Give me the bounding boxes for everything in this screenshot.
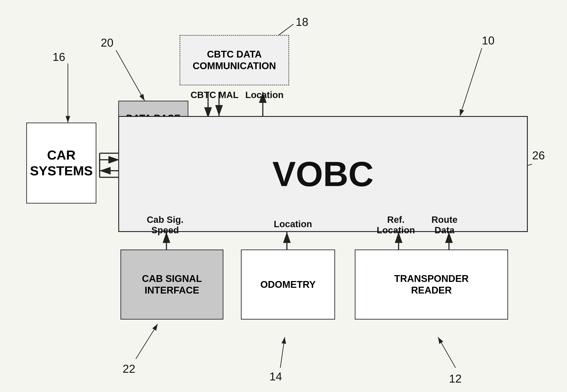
cab-sig-speed-label: Cab Sig.Speed <box>147 214 184 236</box>
odometry-label: ODOMETRY <box>260 279 316 291</box>
route-data-label: RouteData <box>431 214 457 236</box>
cbtc-mal-label: CBTC MAL <box>190 90 238 100</box>
cbtc-box: CBTC DATACOMMUNICATION <box>180 35 289 85</box>
cab-signal-box: CAB SIGNALINTERFACE <box>120 250 223 320</box>
ref-18: 18 <box>296 15 308 28</box>
ref-26: 26 <box>532 149 545 162</box>
svg-line-13 <box>116 50 145 101</box>
location-top-label: Location <box>245 90 284 100</box>
ref-12: 12 <box>449 372 462 385</box>
svg-line-15 <box>460 48 482 116</box>
odometry-box: ODOMETRY <box>241 250 335 320</box>
ref-10: 10 <box>482 34 494 47</box>
car-systems-box: CARSYSTEMS <box>26 123 96 204</box>
svg-line-18 <box>280 337 285 368</box>
location-mid-label: Location <box>274 219 312 229</box>
ref-16: 16 <box>53 50 65 63</box>
ref-22: 22 <box>123 362 135 375</box>
transponder-label: TRANSPONDERREADER <box>394 273 469 296</box>
car-systems-label: CARSYSTEMS <box>30 147 93 179</box>
cab-signal-label: CAB SIGNALINTERFACE <box>142 273 202 296</box>
cbtc-label: CBTC DATACOMMUNICATION <box>193 49 276 72</box>
ref-14: 14 <box>269 370 282 383</box>
transponder-box: TRANSPONDERREADER <box>355 250 508 320</box>
svg-line-17 <box>136 324 158 359</box>
ref-20: 20 <box>101 36 114 49</box>
diagram: 16 20 18 10 26 22 14 12 CARSYSTEMS DATA … <box>0 0 567 392</box>
vobc-label: VOBC <box>273 154 374 194</box>
ref-location-label: Ref.Location <box>377 214 415 236</box>
svg-line-19 <box>438 337 455 368</box>
